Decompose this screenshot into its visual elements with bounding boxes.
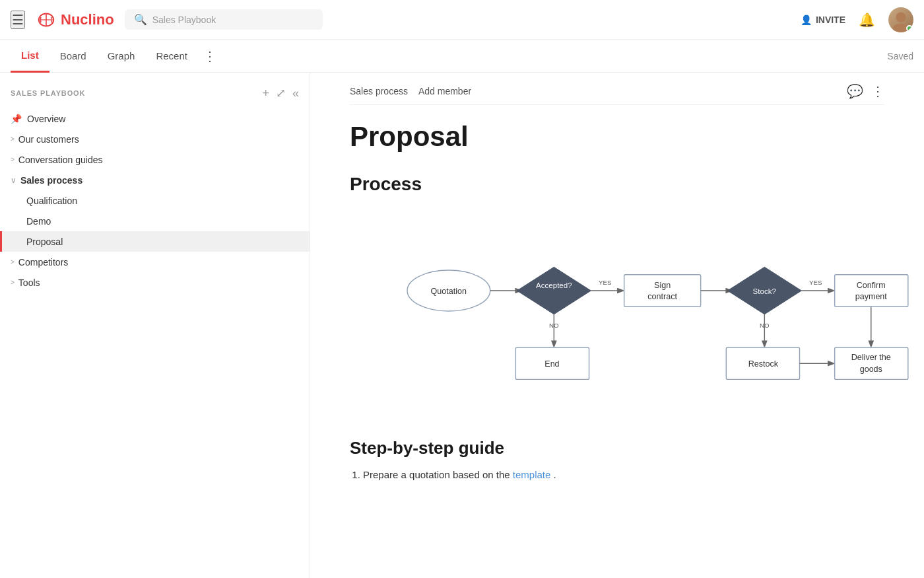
svg-text:End: End: [544, 359, 559, 369]
svg-text:Accepted?: Accepted?: [536, 281, 572, 289]
sidebar-item-label: Tools: [18, 277, 40, 288]
sidebar-item-conversation-guides[interactable]: > Conversation guides ⧉: [0, 149, 310, 170]
logo-text: Nuclino: [61, 11, 114, 28]
main-layout: SALES PLAYBOOK + ⤢ « 📌 Overview ⧉ > Our …: [0, 73, 924, 578]
svg-rect-20: [835, 275, 908, 307]
chevron-down-icon: ∨: [11, 176, 16, 185]
svg-text:YES: YES: [809, 279, 822, 286]
sidebar-header-actions: + ⤢ «: [262, 86, 299, 100]
workspace-label: SALES PLAYBOOK: [11, 89, 85, 97]
svg-text:payment: payment: [855, 292, 888, 301]
breadcrumb: Sales process Add member: [350, 86, 471, 96]
breadcrumb-parent[interactable]: Sales process: [350, 86, 408, 96]
top-nav-right: 👤 INVITE 🔔: [801, 7, 913, 32]
chevron-right-icon: >: [11, 279, 15, 286]
tab-recent[interactable]: Recent: [145, 40, 198, 73]
tab-list[interactable]: List: [11, 40, 50, 73]
svg-text:Deliver the: Deliver the: [851, 353, 891, 362]
sidebar: SALES PLAYBOOK + ⤢ « 📌 Overview ⧉ > Our …: [0, 73, 310, 578]
step-list: Prepare a quotation based on the templat…: [363, 469, 884, 480]
top-nav: ☰ Nuclino 🔍 Sales Playbook 👤 INVITE 🔔: [0, 0, 924, 40]
svg-marker-8: [517, 267, 591, 314]
pin-icon: 📌: [11, 114, 22, 124]
sidebar-item-label: Demo: [26, 216, 51, 227]
process-section-title: Process: [350, 174, 884, 195]
online-status-dot: [906, 25, 913, 32]
user-avatar[interactable]: [888, 7, 913, 32]
sidebar-item-our-customers[interactable]: > Our customers ⧉: [0, 129, 310, 149]
sidebar-item-label: Conversation guides: [18, 155, 103, 165]
flowchart: Quotation Accepted? YES Sign contract: [350, 211, 884, 412]
tab-bar: List Board Graph Recent ⋮ Saved: [0, 40, 924, 73]
svg-text:YES: YES: [599, 279, 611, 286]
comments-icon[interactable]: 💬: [847, 83, 863, 99]
expand-button[interactable]: ⤢: [276, 86, 286, 100]
more-options-icon[interactable]: ⋮: [871, 83, 884, 99]
notifications-bell-icon[interactable]: 🔔: [859, 12, 875, 28]
chevron-right-icon: >: [11, 258, 15, 266]
svg-point-3: [896, 12, 906, 22]
template-link[interactable]: template: [513, 469, 551, 480]
page-title: Proposal: [350, 121, 884, 153]
add-item-button[interactable]: +: [262, 86, 269, 100]
person-plus-icon: 👤: [801, 15, 812, 25]
sidebar-item-tools[interactable]: > Tools ⧉: [0, 272, 310, 293]
sidebar-item-sales-process[interactable]: ∨ Sales process ⧉: [0, 170, 310, 190]
sidebar-item-label: Proposal: [26, 236, 63, 247]
sidebar-item-qualification[interactable]: Qualification ⧉: [0, 190, 310, 211]
content-topbar: Sales process Add member 💬 ⋮: [350, 73, 884, 105]
sidebar-item-label: Sales process: [20, 175, 82, 186]
svg-text:Quotation: Quotation: [431, 287, 467, 296]
logo-icon: [36, 9, 57, 30]
svg-text:Confirm: Confirm: [857, 281, 886, 290]
svg-text:Restock: Restock: [748, 359, 779, 369]
sidebar-item-overview[interactable]: 📌 Overview ⧉: [0, 108, 310, 129]
sidebar-item-demo[interactable]: Demo ⧉: [0, 211, 310, 231]
add-member-button[interactable]: Add member: [418, 86, 471, 96]
collapse-sidebar-button[interactable]: «: [292, 86, 299, 100]
svg-rect-33: [835, 347, 908, 379]
step-suffix: .: [554, 469, 556, 480]
main-content: Sales process Add member 💬 ⋮ Proposal Pr…: [310, 73, 924, 578]
menu-button[interactable]: ☰: [11, 11, 25, 29]
logo[interactable]: Nuclino: [36, 9, 114, 30]
sidebar-item-label: Qualification: [26, 196, 77, 206]
sidebar-item-label: Our customers: [18, 134, 79, 145]
sidebar-header: SALES PLAYBOOK + ⤢ «: [0, 83, 310, 108]
svg-text:Stock?: Stock?: [753, 287, 777, 295]
chevron-right-icon: >: [11, 156, 15, 163]
content-actions: 💬 ⋮: [847, 83, 884, 99]
flowchart-svg: Quotation Accepted? YES Sign contract: [350, 211, 924, 409]
more-tabs-icon[interactable]: ⋮: [198, 48, 222, 64]
guide-section-title: Step-by-step guide: [350, 438, 884, 458]
svg-text:goods: goods: [860, 365, 882, 374]
sidebar-item-label: Competitors: [18, 257, 68, 268]
list-item: Prepare a quotation based on the templat…: [363, 469, 884, 480]
invite-button[interactable]: 👤 INVITE: [801, 15, 845, 25]
svg-text:contract: contract: [647, 292, 677, 301]
sidebar-item-proposal[interactable]: Proposal ⧉: [0, 231, 310, 252]
tab-graph[interactable]: Graph: [97, 40, 146, 73]
svg-text:Sign: Sign: [654, 281, 671, 290]
sidebar-item-label: Overview: [27, 114, 65, 124]
saved-status: Saved: [887, 51, 913, 61]
sidebar-item-competitors[interactable]: > Competitors ⧉: [0, 252, 310, 272]
search-bar[interactable]: 🔍 Sales Playbook: [125, 9, 323, 30]
tab-board[interactable]: Board: [50, 40, 97, 73]
chevron-right-icon: >: [11, 135, 15, 143]
search-text: Sales Playbook: [152, 15, 216, 25]
step-text: Prepare a quotation based on the: [363, 469, 513, 480]
svg-rect-12: [624, 275, 701, 307]
search-icon: 🔍: [134, 13, 147, 26]
